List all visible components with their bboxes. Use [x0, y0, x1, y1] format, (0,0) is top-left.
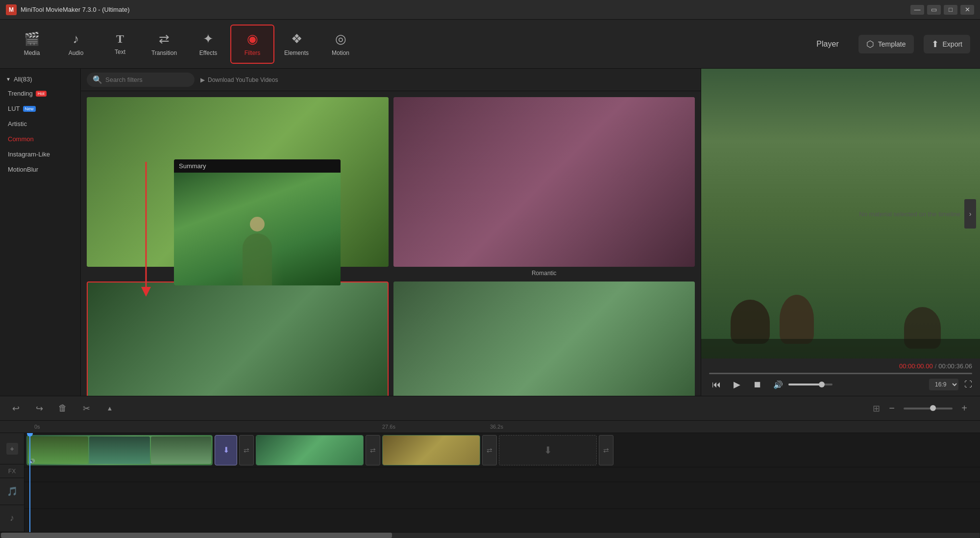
clip-download-icon: ⬇	[223, 445, 229, 455]
timeline-scrollbar[interactable]	[0, 532, 980, 538]
restore-button[interactable]: ▭	[927, 5, 941, 15]
sidebar-item-artistic[interactable]: Artistic	[0, 116, 80, 131]
time-separator: /	[935, 362, 937, 370]
fullscreen-button[interactable]: ⛶	[964, 380, 972, 389]
video-track-label: +	[0, 433, 24, 464]
stop-button[interactable]: ⏹	[750, 377, 765, 392]
minimize-button[interactable]: —	[910, 5, 924, 15]
empty-clip-1: ⬇	[499, 435, 597, 465]
timeline-toolbar: ↩ ↪ 🗑 ✂ ▲ ⊞ − +	[0, 396, 980, 421]
sidebar-item-trending[interactable]: Trending Hot	[0, 86, 80, 101]
template-button[interactable]: ⬡ Template	[858, 35, 914, 53]
audio-track-icon: 🎵	[7, 486, 18, 497]
close-button[interactable]: ✕	[960, 5, 974, 15]
player-expand-button[interactable]: ›	[964, 199, 976, 229]
timeline-clip-1[interactable]: 🔊	[26, 435, 213, 465]
download-youtube-link[interactable]: ▶ Download YouTube Videos	[200, 77, 278, 83]
sidebar-all-label: All(83)	[14, 76, 32, 83]
sidebar-item-common[interactable]: Common	[0, 131, 80, 147]
music-track-label: ♪	[0, 505, 24, 532]
transition-button-4[interactable]: ⇄	[599, 435, 613, 465]
volume-icon[interactable]: 🔊	[771, 377, 785, 392]
player-tab-label: Player	[807, 40, 848, 49]
add-video-track-button[interactable]: +	[6, 443, 18, 455]
trending-label: Trending	[8, 90, 33, 97]
aspect-ratio-select[interactable]: 16:9 9:16 1:1 4:3	[929, 379, 958, 390]
toolbar-filters[interactable]: ◉ Filters	[230, 25, 274, 64]
filter-card-summary[interactable]: + Summary	[87, 282, 389, 396]
chevron-down-icon: ▼	[6, 77, 11, 82]
current-time: 00:00:00.00	[899, 362, 933, 370]
effects-icon: ✦	[203, 31, 214, 47]
sidebar-item-lut[interactable]: LUT New	[0, 101, 80, 116]
play-button[interactable]: ▶	[730, 377, 744, 392]
undo-button[interactable]: ↩	[8, 401, 24, 416]
zoom-thumb	[930, 405, 936, 411]
toolbar-media-label: Media	[24, 50, 40, 56]
fx-track-label: FX	[0, 464, 24, 478]
redo-button[interactable]: ↪	[31, 401, 47, 416]
volume-slider-track[interactable]	[788, 384, 833, 385]
volume-fill	[788, 384, 822, 385]
filter-card-vivid[interactable]: Vivid	[393, 282, 695, 396]
toolbar-elements-label: Elements	[284, 50, 309, 56]
search-icon: 🔍	[93, 75, 102, 84]
top-toolbar: 🎬 Media ♪ Audio T Text ⇄ Transition ✦ Ef…	[0, 20, 980, 69]
zoom-out-button[interactable]: −	[884, 401, 900, 416]
player-progress-bar[interactable]	[709, 373, 972, 374]
fx-track	[24, 467, 980, 482]
filter-thumb-romantic	[393, 97, 695, 267]
instagram-label: Instagram-Like	[8, 151, 50, 158]
toolbar-elements[interactable]: ❖ Elements	[274, 25, 318, 64]
music-track	[24, 509, 980, 532]
toolbar-right: Player ⬡ Template ⬆ Export	[807, 35, 970, 53]
toolbar-text-label: Text	[115, 49, 125, 55]
fx-icon: FX	[8, 468, 16, 475]
toolbar-transition[interactable]: ⇄ Transition	[142, 25, 186, 64]
app-title: MiniTool MovieMaker 7.3.0 - (Ultimate)	[21, 6, 130, 13]
filter-card-romantic[interactable]: Romantic	[393, 97, 695, 277]
app-logo-icon: M	[6, 4, 17, 15]
player-video: › No material selected on the timeline	[701, 69, 980, 359]
toolbar-text[interactable]: T Text	[98, 25, 142, 64]
search-input[interactable]	[105, 76, 189, 83]
export-icon: ⬆	[931, 39, 939, 50]
toolbar-motion[interactable]: ◎ Motion	[318, 25, 363, 64]
lut-new-badge: New	[23, 106, 36, 112]
transition-button-2[interactable]: ⇄	[366, 435, 380, 465]
zoom-in-button[interactable]: +	[956, 401, 972, 416]
toolbar-media[interactable]: 🎬 Media	[10, 25, 54, 64]
scrollbar-track	[1, 533, 979, 538]
zoom-slider[interactable]	[904, 408, 953, 410]
filter-thumb-summary: +	[87, 282, 389, 396]
artistic-label: Artistic	[8, 120, 27, 128]
elements-icon: ❖	[291, 31, 302, 47]
split-button[interactable]: ▲	[102, 401, 118, 416]
timeline-clip-3[interactable]	[382, 435, 480, 465]
scrollbar-thumb[interactable]	[1, 533, 392, 538]
transition-button-1[interactable]: ⇄	[239, 435, 254, 465]
sidebar-all-header[interactable]: ▼ All(83)	[0, 73, 80, 86]
skip-to-start-button[interactable]: ⏮	[709, 377, 724, 392]
audio-track	[24, 482, 980, 509]
timeline-content: 0s 27.6s 36.2s + FX 🎵 ♪	[0, 421, 980, 532]
tooltip-preview-image	[174, 173, 341, 285]
timeline-clip-2[interactable]	[256, 435, 364, 465]
toolbar-audio[interactable]: ♪ Audio	[54, 25, 98, 64]
timeline-clip-small-1[interactable]: ⬇	[215, 435, 237, 465]
transition-button-3[interactable]: ⇄	[482, 435, 497, 465]
sidebar-item-instagram[interactable]: Instagram-Like	[0, 147, 80, 162]
ruler-mark-27s: 27.6s	[382, 424, 395, 430]
sidebar-item-motionblur[interactable]: MotionBlur	[0, 162, 80, 177]
download-clip-icon: ⬇	[544, 444, 552, 456]
toolbar-effects[interactable]: ✦ Effects	[186, 25, 230, 64]
maximize-button[interactable]: □	[944, 5, 957, 15]
filter-label-romantic: Romantic	[532, 270, 557, 277]
track-labels: + FX 🎵 ♪	[0, 433, 24, 532]
export-button[interactable]: ⬆ Export	[924, 35, 970, 53]
delete-button[interactable]: 🗑	[55, 401, 71, 416]
ruler-mark-36s: 36.2s	[490, 424, 503, 430]
search-box[interactable]: 🔍	[87, 73, 195, 87]
template-icon: ⬡	[866, 39, 874, 50]
cut-button[interactable]: ✂	[78, 401, 94, 416]
